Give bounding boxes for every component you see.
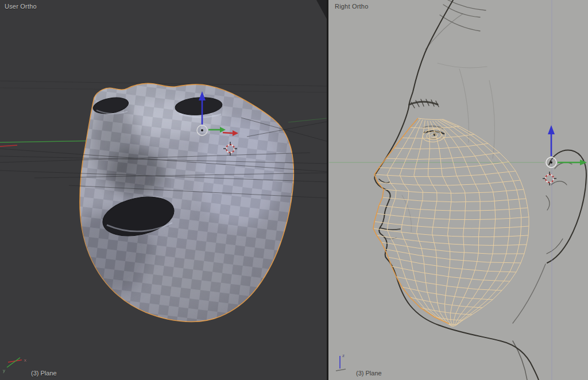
axis-x-label: x <box>24 358 26 363</box>
viewport-label: Right Ortho <box>335 3 368 10</box>
mask-shading <box>64 80 299 327</box>
retopo-wireframe-mesh[interactable] <box>373 118 529 327</box>
axis-z-label: z <box>342 353 345 358</box>
blender-window: x y User Ortho (3) Plane <box>0 0 588 380</box>
corner-wedge <box>316 0 327 19</box>
3d-cursor <box>543 172 556 185</box>
viewport-user-ortho[interactable]: x y User Ortho (3) Plane <box>0 0 327 380</box>
viewport-label: User Ortho <box>5 3 37 10</box>
user-ortho-scene: x y <box>0 0 327 380</box>
mini-axis-gizmo: z <box>336 353 346 371</box>
right-ortho-scene: z <box>328 0 588 380</box>
mini-axis-gizmo: x y <box>3 358 26 373</box>
transform-manipulator <box>546 125 587 168</box>
manipulator-z-handle[interactable] <box>548 125 555 156</box>
object-info-text: (3) Plane <box>356 370 382 377</box>
object-origin-dot <box>550 161 552 164</box>
mask-mesh-object[interactable] <box>64 80 299 327</box>
manipulator-y-handle[interactable] <box>558 160 587 165</box>
axis-y-label: y <box>3 368 5 373</box>
object-origin-dot <box>201 129 203 131</box>
object-info-text: (3) Plane <box>31 370 57 377</box>
reference-sketch <box>374 0 586 380</box>
viewport-right-ortho[interactable]: z Right Ortho (3) Plane <box>328 0 588 380</box>
